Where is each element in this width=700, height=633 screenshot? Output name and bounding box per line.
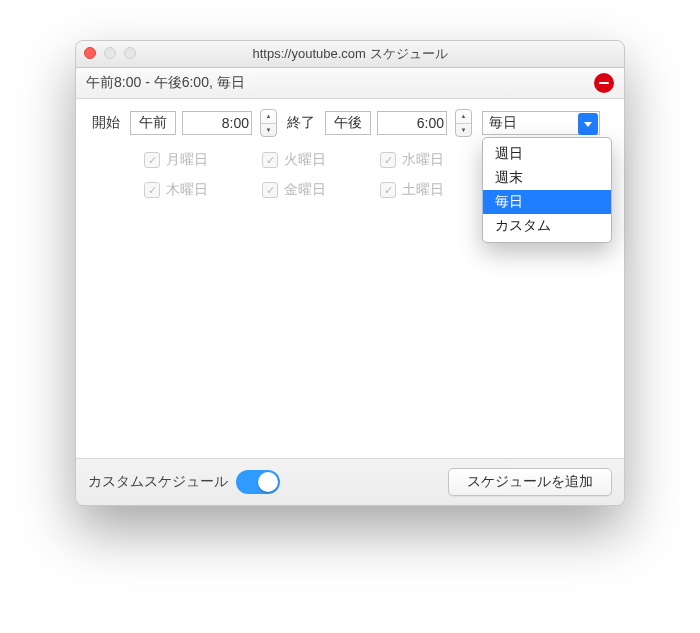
day-tue: 火曜日 (262, 151, 362, 169)
start-time-stepper[interactable] (260, 109, 277, 137)
end-time-field[interactable]: 6:00 (377, 111, 447, 135)
remove-schedule-icon[interactable] (594, 73, 614, 93)
chevron-down-icon[interactable] (456, 124, 471, 137)
chevron-down-icon[interactable] (261, 124, 276, 137)
start-label: 開始 (88, 114, 124, 132)
custom-schedule-toggle[interactable] (236, 470, 280, 494)
footer: カスタムスケジュール スケジュールを追加 (76, 459, 624, 505)
checkbox-icon (380, 182, 396, 198)
add-schedule-button[interactable]: スケジュールを追加 (448, 468, 612, 496)
day-mon: 月曜日 (144, 151, 244, 169)
start-time-field[interactable]: 8:00 (182, 111, 252, 135)
window-title: https://youtube.com スケジュール (76, 45, 624, 63)
frequency-option-custom[interactable]: カスタム (483, 214, 611, 238)
checkbox-icon (144, 152, 160, 168)
custom-schedule-label: カスタムスケジュール (88, 473, 228, 491)
window: https://youtube.com スケジュール 午前8:00 - 午後6:… (75, 40, 625, 506)
checkbox-icon (262, 152, 278, 168)
frequency-option-weekend[interactable]: 週末 (483, 166, 611, 190)
start-ampm-field[interactable]: 午前 (130, 111, 176, 135)
zoom-icon[interactable] (124, 47, 136, 59)
frequency-option-everyday[interactable]: 毎日 (483, 190, 611, 214)
checkbox-icon (380, 152, 396, 168)
schedule-summary-text: 午前8:00 - 午後6:00, 毎日 (86, 74, 245, 92)
end-ampm-field[interactable]: 午後 (325, 111, 371, 135)
schedule-summary-row: 午前8:00 - 午後6:00, 毎日 (76, 68, 624, 99)
close-icon[interactable] (84, 47, 96, 59)
checkbox-icon (262, 182, 278, 198)
day-wed: 水曜日 (380, 151, 480, 169)
chevron-up-icon[interactable] (261, 110, 276, 124)
end-label: 終了 (283, 114, 319, 132)
schedule-form: 開始 午前 8:00 終了 午後 6:00 毎日 週日 週末 毎日 (76, 99, 624, 459)
frequency-dropdown: 週日 週末 毎日 カスタム (482, 137, 612, 243)
day-fri: 金曜日 (262, 181, 362, 199)
day-thu: 木曜日 (144, 181, 244, 199)
titlebar: https://youtube.com スケジュール (76, 41, 624, 68)
end-time-stepper[interactable] (455, 109, 472, 137)
minimize-icon[interactable] (104, 47, 116, 59)
frequency-selected: 毎日 (489, 114, 517, 132)
frequency-option-weekday[interactable]: 週日 (483, 142, 611, 166)
window-controls (84, 47, 136, 59)
frequency-select[interactable]: 毎日 週日 週末 毎日 カスタム (482, 111, 600, 135)
chevron-up-icon[interactable] (456, 110, 471, 124)
checkbox-icon (144, 182, 160, 198)
time-range-row: 開始 午前 8:00 終了 午後 6:00 毎日 週日 週末 毎日 (88, 109, 612, 137)
day-sat: 土曜日 (380, 181, 480, 199)
chevron-down-icon[interactable] (578, 113, 598, 135)
